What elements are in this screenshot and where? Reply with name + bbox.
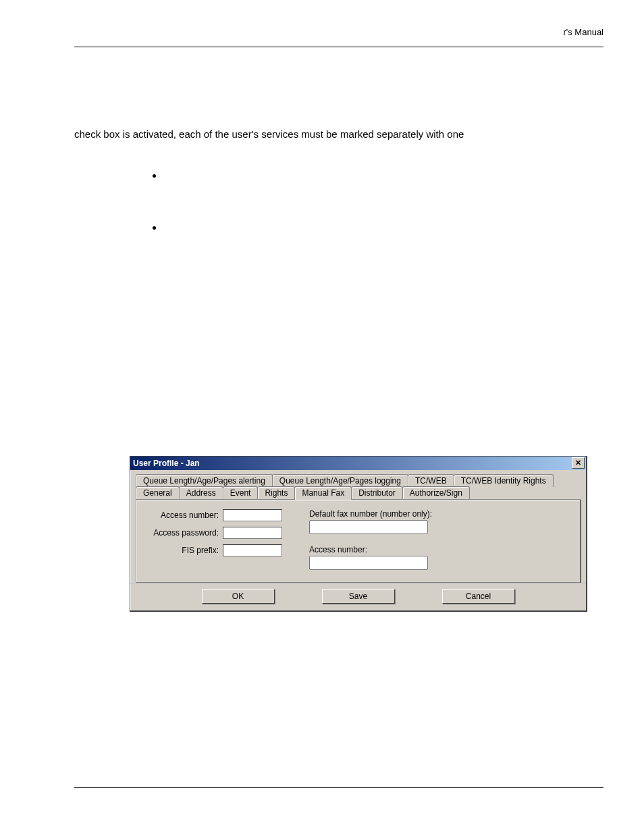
fis-prefix-input[interactable]: [223, 544, 282, 556]
body-paragraph: check box is activated, each of the user…: [74, 127, 603, 142]
save-button[interactable]: Save: [322, 589, 395, 604]
right-form-column: Default fax number (number only): Access…: [309, 509, 432, 570]
tab-panel-manual-fax: Access number: Access password: FIS pref…: [136, 499, 581, 583]
tab-row-front: General Address Event Rights Manual Fax …: [136, 486, 581, 499]
tab-manual-fax[interactable]: Manual Fax: [294, 486, 352, 500]
access-password-label: Access password:: [146, 528, 219, 538]
close-icon[interactable]: ✕: [572, 457, 585, 469]
ok-button[interactable]: OK: [202, 589, 275, 604]
tab-general[interactable]: General: [136, 486, 180, 499]
dialog-screenshot: User Profile - Jan ✕ Queue Length/Age/Pa…: [130, 456, 587, 612]
tab-address[interactable]: Address: [179, 486, 223, 499]
tab-tcweb[interactable]: TC/WEB: [408, 474, 454, 487]
default-fax-row: Default fax number (number only):: [309, 509, 432, 534]
tab-tcweb-identity[interactable]: TC/WEB Identity Rights: [454, 474, 554, 487]
user-profile-dialog: User Profile - Jan ✕ Queue Length/Age/Pa…: [130, 456, 587, 612]
access-number2-row: Access number:: [309, 545, 432, 570]
tab-queue-alerting[interactable]: Queue Length/Age/Pages alerting: [136, 474, 273, 487]
footer-rule: [74, 787, 603, 788]
document-page: r's Manual check box is activated, each …: [0, 0, 644, 834]
access-number2-input[interactable]: [309, 556, 428, 570]
tab-row-back: Queue Length/Age/Pages alerting Queue Le…: [136, 474, 581, 487]
cancel-button[interactable]: Cancel: [442, 589, 515, 604]
left-form-column: Access number: Access password: FIS pref…: [146, 509, 282, 570]
bullet-item: [163, 221, 603, 233]
page-header: r's Manual: [74, 27, 603, 38]
tab-authorize-sign[interactable]: Authorize/Sign: [402, 486, 470, 499]
default-fax-input[interactable]: [309, 520, 428, 534]
dialog-titlebar[interactable]: User Profile - Jan ✕: [130, 457, 586, 470]
access-number2-label: Access number:: [309, 545, 432, 554]
access-number-row: Access number:: [146, 509, 282, 521]
bullet-item: [163, 170, 603, 181]
header-rule: [74, 47, 603, 47]
header-right-text: r's Manual: [563, 27, 603, 37]
access-password-input[interactable]: [223, 527, 282, 539]
dialog-button-bar: OK Save Cancel: [130, 583, 586, 610]
tab-event[interactable]: Event: [223, 486, 259, 499]
tab-rights[interactable]: Rights: [257, 486, 295, 499]
access-number-label: Access number:: [146, 511, 219, 520]
dialog-title: User Profile - Jan: [133, 459, 572, 468]
tab-distributor[interactable]: Distributor: [351, 486, 403, 499]
fis-prefix-row: FIS prefix:: [146, 544, 282, 556]
tab-queue-logging[interactable]: Queue Length/Age/Pages logging: [272, 474, 408, 487]
default-fax-label: Default fax number (number only):: [309, 509, 432, 519]
bullet-list: [74, 170, 603, 233]
access-number-input[interactable]: [223, 509, 282, 521]
access-password-row: Access password:: [146, 527, 282, 539]
fis-prefix-label: FIS prefix:: [146, 546, 219, 555]
tabs-area: Queue Length/Age/Pages alerting Queue Le…: [130, 470, 586, 583]
